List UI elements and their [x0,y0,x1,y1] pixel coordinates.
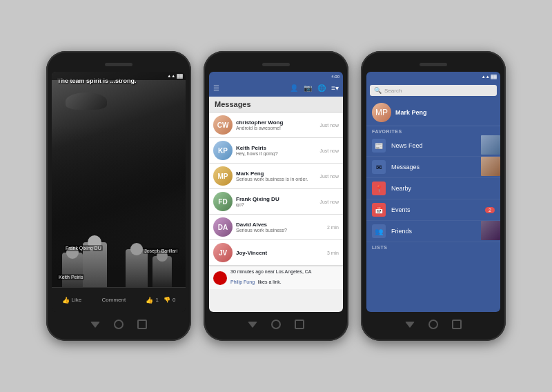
photo-background: The team spirit is ...strong. [52,72,186,287]
avatar-christopher: CW [213,115,233,135]
speaker-3 [420,63,447,66]
home-button-3[interactable] [428,320,438,329]
phone-2-top [209,59,343,69]
msg-item-6[interactable]: JV Joy-Vincent 3 min [209,240,343,266]
person-label-joseph: Joseph Barillari [143,248,179,254]
msg-name-5: David Alves [236,222,324,228]
drawer-item-friends[interactable]: 👥 Friends [366,221,500,242]
phone-3: ▲▲ ▓▓ 🔍 Search MP Mark Peng FAVORITES 📰 … [361,51,506,341]
nav-drawer: 🔍 Search MP Mark Peng FAVORITES 📰 News F… [366,81,500,312]
avatar-david: DA [213,217,233,237]
drawer-item-nearby[interactable]: 📍 Nearby [366,178,500,199]
home-button-2[interactable] [271,320,281,329]
photo-post: The team spirit is ...strong. [52,72,186,312]
friends-icon[interactable]: 👤 [290,84,298,92]
msg-preview-1: Android is awesome! [236,126,316,130]
msg-content-5: David Alves Serious work business? [236,222,324,233]
phone-3-screen: ▲▲ ▓▓ 🔍 Search MP Mark Peng FAVORITES 📰 … [366,72,500,312]
newsfeed-photo [481,135,500,155]
friends-label: Friends [391,228,495,235]
msg-time-5: 2 min [327,225,339,230]
nearby-icon: 📍 [372,182,386,195]
msg-item-4[interactable]: FD Frank Qixing DU go? Just now [209,189,343,215]
messages-panel: Messages CW christopher Wong Android is … [209,95,343,312]
drawer-user-section[interactable]: MP Mark Peng [366,99,500,126]
phone-1-screen: ▲▲ ▓▓ The team spirit is ...strong. [52,72,186,312]
status-bar-3: ▲▲ ▓▓ [366,72,500,81]
like-icon: 👍 [62,297,70,304]
header-nav-icons: ☰ [213,84,219,92]
drawer-item-newsfeed[interactable]: 📰 News Feed [366,135,500,157]
msg-content-4: Frank Qixing DU go? [236,196,316,207]
back-button-3[interactable] [405,322,415,328]
comment-button[interactable]: Comment [102,297,126,303]
phone-1-bottom [52,316,186,333]
msg-preview-2: Hey, hows it going? [236,151,316,156]
msg-name-1: christopher Wong [236,119,316,126]
phone-3-top [366,59,500,69]
msg-item-5[interactable]: DA David Alves Serious work business? 2 … [209,215,343,240]
search-placeholder: Search [384,88,402,94]
events-badge: 2 [485,207,495,213]
globe-icon[interactable]: 🌐 [317,84,326,92]
facebook-header: ☰ 👤 📷 🌐 ≡▾ [209,81,343,95]
phone-3-bottom [366,316,500,333]
msg-name-6: Joy-Vincent [236,250,324,256]
status-bar-1: ▲▲ ▓▓ [52,72,186,80]
favorites-label: FAVORITES [366,126,500,135]
footer-avatar [213,271,227,285]
messages-photo [481,157,500,176]
back-button-1[interactable] [90,322,100,328]
friends-photo [481,221,500,240]
msg-time-2: Just now [319,148,339,153]
like-button[interactable]: 👍 Like [62,297,82,304]
user-avatar: MP [372,103,391,122]
msg-item-3[interactable]: MP Mark Peng Serious work business is in… [209,164,343,189]
like-count: 👍 1 👎 0 [146,297,175,304]
nearby-label: Nearby [391,185,495,192]
user-name: Mark Peng [395,109,427,116]
person-label-frank: Frank Qixing DU [64,245,103,251]
msg-name-2: Keith Peiris [236,145,316,151]
recents-button-1[interactable] [137,320,147,329]
home-button-1[interactable] [114,320,124,329]
avatar-frank: FD [213,192,233,211]
events-icon: 📅 [372,203,386,217]
msg-content-3: Mark Peng Serious work business is in or… [236,170,316,182]
recents-button-3[interactable] [452,320,462,329]
hamburger-icon[interactable]: ☰ [213,84,219,92]
back-button-2[interactable] [248,322,257,328]
signal-3: ▲▲ ▓▓ [482,75,497,79]
phone-2: 4:00 ☰ 👤 📷 🌐 ≡▾ Messages CW christopher … [204,51,348,341]
status-icons-1: ▲▲ ▓▓ [167,74,183,78]
footer-content: 30 minutes ago near Los Angeles, CA Phil… [230,269,312,286]
msg-content-2: Keith Peiris Hey, hows it going? [236,145,316,156]
search-bar[interactable]: 🔍 Search [370,85,497,96]
person-label-keith: Keith Peiris [57,274,84,280]
post-actions-bar: 👍 Like Comment 👍 1 👎 0 [52,287,186,312]
msg-item-1[interactable]: CW christopher Wong Android is awesome! … [209,112,343,138]
recents-button-2[interactable] [295,320,304,329]
msg-item-2[interactable]: KP Keith Peiris Hey, hows it going? Just… [209,138,343,164]
list-icon[interactable]: ≡▾ [331,84,339,92]
camera-icon[interactable]: 📷 [304,84,312,92]
drawer-item-messages[interactable]: ✉ Messages [366,157,500,178]
messages-title: Messages [209,97,343,112]
messages-footer: 30 minutes ago near Los Angeles, CA Phil… [209,266,343,289]
msg-time-6: 3 min [327,251,339,255]
speaker-2 [262,63,290,66]
drawer-item-events[interactable]: 📅 Events 2 [366,199,500,221]
status-bar-2: 4:00 [209,72,343,81]
footer-location: 30 minutes ago near Los Angeles, CA [230,269,312,274]
messages-label: Messages [391,164,495,170]
newsfeed-label: News Feed [391,142,495,149]
msg-preview-3: Serious work business is in order. [236,177,316,182]
search-icon: 🔍 [374,87,382,94]
footer-action: likes a link. [257,280,281,284]
header-right-icons: 👤 📷 🌐 ≡▾ [290,84,339,92]
msg-time-1: Just now [319,123,339,128]
lists-label: LISTS [366,242,500,251]
msg-time-4: Just now [319,199,339,204]
phone-1-top [52,59,186,69]
phone-1: ▲▲ ▓▓ The team spirit is ...strong. [46,51,191,341]
